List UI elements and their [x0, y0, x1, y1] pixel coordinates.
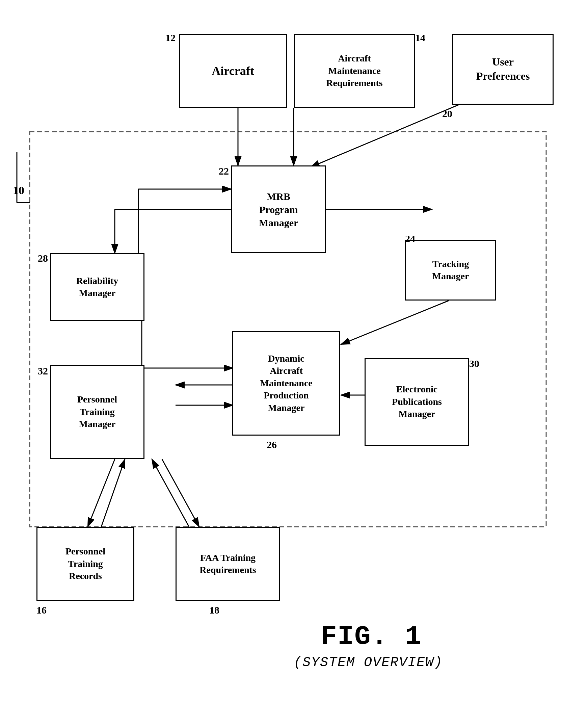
svg-line-21 [152, 459, 189, 527]
aircraft-number: 12 [165, 32, 175, 44]
personnel-training-manager-box: Personnel Training Manager [50, 365, 144, 459]
svg-line-20 [162, 459, 199, 527]
svg-line-19 [101, 459, 125, 527]
aircraft-maintenance-req-box: Aircraft Maintenance Requirements [294, 34, 415, 108]
faa-training-req-number: 18 [209, 605, 219, 616]
faa-training-req-box: FAA Training Requirements [175, 527, 280, 601]
mrb-program-manager-box: MRB Program Manager [231, 165, 326, 253]
figure-subtitle: (SYSTEM OVERVIEW) [294, 655, 443, 670]
system-boundary-number: 10 [13, 184, 24, 197]
aircraft-maintenance-req-number: 14 [415, 32, 425, 44]
electronic-publications-number: 30 [469, 358, 479, 369]
personnel-training-records-box: Personnel Training Records [37, 527, 134, 601]
reliability-manager-box: Reliability Manager [50, 253, 144, 321]
personnel-training-records-number: 16 [37, 605, 47, 616]
diagram: Aircraft 12 Aircraft Maintenance Require… [0, 0, 587, 728]
svg-line-12 [341, 300, 449, 344]
user-preferences-box: User Preferences [452, 34, 554, 105]
tracking-manager-number: 24 [405, 233, 415, 245]
mrb-number: 22 [219, 165, 229, 177]
personnel-training-manager-number: 32 [38, 365, 48, 377]
aircraft-box: Aircraft [179, 34, 287, 108]
svg-line-18 [88, 459, 115, 527]
user-preferences-number: 20 [442, 108, 452, 119]
electronic-publications-box: Electronic Publications Manager [365, 358, 469, 446]
dynamic-aircraft-number: 26 [267, 439, 277, 451]
tracking-manager-box: Tracking Manager [405, 240, 496, 300]
reliability-manager-number: 28 [38, 253, 48, 264]
figure-title: FIG. 1 [321, 621, 422, 652]
dynamic-aircraft-box: Dynamic Aircraft Maintenance Production … [232, 331, 340, 436]
